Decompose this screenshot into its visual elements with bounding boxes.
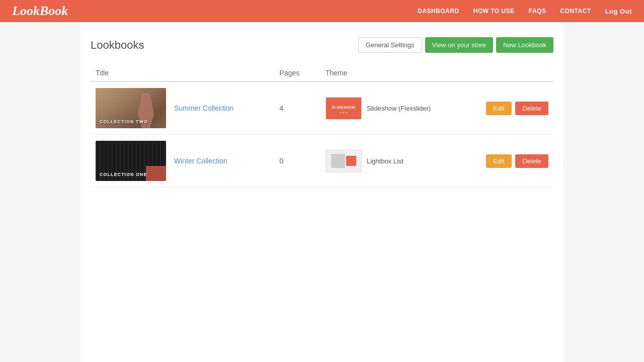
title-cell: COLLECTION ONE Winter Collection	[96, 141, 270, 181]
slideshow-label: SLIDESHOW	[332, 106, 356, 109]
nav-contact[interactable]: CONTACT	[560, 8, 591, 15]
summer-pages: 4	[275, 81, 320, 135]
summer-theme-thumbnail: SLIDESHOW • • •	[326, 97, 362, 120]
title-cell: COLLECTION TWO Summer Collection	[96, 88, 270, 128]
lightbox-salmon-box	[346, 156, 356, 166]
col-pages: Pages	[275, 65, 320, 81]
summer-theme-cell: SLIDESHOW • • • Slideshow (Flexslider)	[326, 97, 476, 120]
lightbox-inner	[331, 154, 356, 168]
table-row: COLLECTION TWO Summer Collection 4 SLIDE…	[91, 81, 553, 135]
col-theme: Theme	[320, 65, 481, 81]
lightbox-gray-box	[331, 154, 345, 168]
logo: LookBook	[12, 4, 68, 19]
summer-thumb-label: COLLECTION TWO	[100, 119, 148, 124]
col-title: Title	[91, 65, 275, 81]
winter-actions: Edit Delete	[481, 135, 553, 188]
winter-collection-link[interactable]: Winter Collection	[174, 157, 227, 165]
winter-thumbnail: COLLECTION ONE	[96, 141, 166, 181]
table-header-row: Title Pages Theme	[91, 65, 553, 81]
winter-thumb-label: COLLECTION ONE	[100, 172, 147, 177]
nav-dashboard[interactable]: DASHBOARD	[418, 8, 459, 15]
nav-how-to-use[interactable]: HOW TO USE	[473, 8, 515, 15]
slideshow-dots: • • •	[340, 110, 347, 115]
winter-thumb-image: COLLECTION ONE	[96, 141, 166, 181]
header-buttons: General Settings View on your store New …	[358, 37, 553, 53]
winter-edit-button[interactable]: Edit	[486, 154, 511, 168]
summer-edit-button[interactable]: Edit	[486, 102, 511, 115]
summer-thumb-image: COLLECTION TWO	[96, 88, 166, 128]
table-row: COLLECTION ONE Winter Collection 0	[91, 135, 553, 188]
main-container: Lookbooks General Settings View on your …	[80, 22, 564, 362]
new-lookbook-button[interactable]: New Lookbook	[496, 37, 553, 53]
lookbooks-table: Title Pages Theme COLLECTION TWO	[91, 65, 553, 188]
header: LookBook DASHBOARD HOW TO USE FAQS CONTA…	[0, 0, 644, 22]
logout-button[interactable]: Log Out	[605, 8, 632, 15]
view-on-store-button[interactable]: View on your store	[425, 37, 493, 53]
winter-theme-name: Lightbox List	[367, 157, 404, 165]
summer-collection-link[interactable]: Summer Collection	[174, 104, 233, 112]
summer-actions: Edit Delete	[481, 81, 553, 135]
winter-accent	[146, 166, 166, 181]
page-title: Lookbooks	[91, 39, 144, 52]
nav: DASHBOARD HOW TO USE FAQS CONTACT Log Ou…	[418, 8, 632, 15]
summer-theme-name: Slideshow (Flexslider)	[367, 105, 431, 112]
winter-pages: 0	[275, 135, 320, 188]
winter-theme-cell: Lightbox List	[326, 150, 476, 172]
summer-delete-button[interactable]: Delete	[515, 102, 548, 115]
winter-theme-thumbnail	[326, 150, 362, 172]
page-header: Lookbooks General Settings View on your …	[91, 37, 553, 53]
winter-delete-button[interactable]: Delete	[515, 154, 548, 168]
summer-thumbnail: COLLECTION TWO	[96, 88, 166, 128]
general-settings-button[interactable]: General Settings	[358, 37, 422, 53]
nav-faqs[interactable]: FAQS	[529, 8, 546, 15]
